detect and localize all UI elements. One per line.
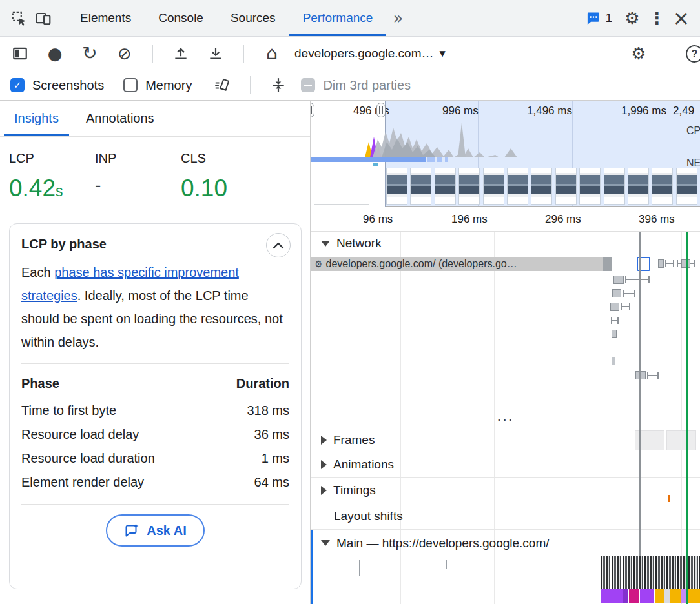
home-button[interactable]: ⌂ — [260, 41, 284, 66]
memory-checkbox-wrap[interactable]: Memory — [123, 78, 192, 93]
network-request-label: developers.google.com/ (developers.go… — [326, 258, 517, 270]
overview-right-handle[interactable] — [376, 103, 386, 117]
tab-sources[interactable]: Sources — [217, 0, 289, 36]
tab-annotations[interactable]: Annotations — [76, 101, 165, 136]
metric-lcp[interactable]: LCP 0.42s — [9, 151, 95, 202]
inspect-icon — [10, 10, 27, 26]
network-waterfall-bar[interactable] — [681, 259, 690, 268]
screenshots-label: Screenshots — [32, 78, 104, 93]
track-animations[interactable]: Animations — [311, 452, 700, 478]
devtools-menu-button[interactable]: ⋮ — [644, 6, 669, 30]
metric-cls[interactable]: CLS 0.10 — [181, 151, 267, 202]
tab-insights[interactable]: Insights — [4, 101, 69, 136]
timeline-marker-line — [639, 232, 641, 556]
network-waterfall-bar[interactable] — [610, 303, 619, 311]
divider — [21, 504, 289, 505]
shortcuts-dialog-button[interactable] — [266, 73, 291, 97]
screenshot-thumbnail[interactable] — [579, 168, 601, 205]
record-and-reload-button[interactable]: ↻ — [77, 41, 102, 66]
main-task-mark[interactable] — [359, 560, 360, 576]
network-waterfall-bar[interactable] — [613, 276, 624, 284]
collapse-card-button[interactable] — [266, 233, 291, 257]
tab-console[interactable]: Console — [145, 0, 217, 36]
screenshot-thumbnail-large[interactable] — [314, 168, 369, 205]
flame-chart-segment[interactable] — [655, 589, 664, 603]
inspect-element-button[interactable] — [6, 6, 31, 30]
table-row: Resource load duration 1 ms — [21, 447, 289, 470]
history-url-selector[interactable]: developers.google.com… ▼ — [294, 46, 446, 61]
lcp-by-phase-card: LCP by phase Each phase has specific imp… — [9, 223, 302, 589]
track-main[interactable]: Main — https://developers.google.com/ — [311, 530, 700, 556]
screenshot-thumbnail[interactable] — [410, 168, 431, 205]
save-profile-button[interactable] — [203, 41, 228, 66]
screenshot-thumbnail[interactable] — [386, 168, 407, 205]
flame-chart-segment[interactable] — [640, 589, 654, 603]
main-task-mark[interactable] — [446, 560, 447, 569]
timing-marker[interactable] — [668, 495, 670, 502]
network-waterfall-bar[interactable] — [612, 289, 621, 297]
close-devtools-button[interactable]: × — [669, 6, 694, 30]
metrics-row: LCP 0.42s INP - CLS 0.10 — [0, 137, 310, 202]
screenshot-thumbnail[interactable] — [555, 168, 577, 205]
flame-chart-segment[interactable] — [664, 589, 670, 603]
network-waterfall-bar[interactable] — [635, 371, 646, 379]
device-toolbar-button[interactable] — [31, 6, 56, 30]
clear-button[interactable]: ⊘ — [112, 41, 137, 66]
capture-options-toolbar: ✓ Screenshots Memory Dim 3rd parties — [0, 70, 700, 101]
tab-performance[interactable]: Performance — [289, 0, 387, 36]
frame-thumbnail[interactable] — [666, 430, 696, 450]
settings-button[interactable]: ⚙ — [620, 6, 644, 30]
phase-name: Resource load duration — [21, 447, 213, 470]
track-timings[interactable]: Timings — [311, 478, 700, 503]
device-toolbar-icon — [35, 10, 52, 26]
screenshot-thumbnail[interactable] — [628, 168, 649, 205]
metric-inp[interactable]: INP - — [95, 151, 181, 202]
toggle-sidebar-button[interactable] — [8, 41, 32, 66]
tab-elements[interactable]: Elements — [67, 0, 145, 36]
screenshot-thumbnail[interactable] — [435, 168, 456, 205]
flame-chart-segment[interactable] — [688, 589, 700, 603]
screenshot-thumbnail[interactable] — [507, 168, 528, 205]
screenshot-thumbnail[interactable] — [652, 168, 673, 205]
track-network[interactable]: Network — [311, 232, 700, 255]
console-messages-button[interactable]: 1 — [578, 0, 620, 36]
overview-cpu-label: CP — [686, 125, 700, 137]
screenshot-thumbnail[interactable] — [676, 168, 697, 205]
phase-duration: 64 ms — [213, 470, 289, 494]
screenshots-checkbox[interactable]: ✓ — [10, 78, 25, 92]
home-icon: ⌂ — [266, 45, 278, 63]
flame-chart-dense-tasks[interactable] — [601, 556, 700, 589]
capture-settings-button[interactable]: ⚙ — [626, 41, 651, 66]
selected-track-indicator — [311, 530, 313, 604]
screenshot-thumbnail[interactable] — [458, 168, 480, 205]
track-layout-shifts[interactable]: Layout shifts — [311, 503, 700, 530]
ask-ai-button[interactable]: Ask AI — [106, 514, 205, 547]
network-request[interactable]: ⚙ developers.google.com/ (developers.go… — [311, 257, 612, 271]
timeline-overview[interactable]: 496 ms 996 ms 1,496 ms 1,996 ms 2,49 CP … — [311, 101, 700, 207]
network-waterfall-bar[interactable] — [658, 259, 664, 268]
network-waterfall-whisker — [665, 260, 674, 267]
network-waterfall-bar[interactable] — [612, 357, 615, 365]
screenshot-thumbnail[interactable] — [483, 168, 504, 205]
track-label: Animations — [333, 458, 394, 472]
network-overflow-dots[interactable]: ... — [311, 411, 700, 427]
memory-checkbox[interactable] — [123, 78, 138, 92]
flame-chart-segment[interactable] — [601, 589, 623, 603]
screenshot-thumbnail[interactable] — [604, 168, 625, 205]
more-tabs-button[interactable]: » — [386, 0, 409, 36]
record-button[interactable]: ● — [43, 41, 67, 66]
screenshots-checkbox-wrap[interactable]: ✓ Screenshots — [10, 78, 104, 93]
dim-third-parties-checkbox[interactable] — [301, 78, 315, 92]
phase-name: Resource load delay — [21, 423, 213, 447]
load-profile-button[interactable] — [169, 41, 193, 66]
screenshot-thumbnail[interactable] — [531, 168, 552, 205]
collect-garbage-button[interactable] — [210, 73, 234, 97]
phase-table: Phase Duration Time to first byte 318 ms… — [21, 374, 289, 494]
kebab-icon: ⋮ — [648, 10, 665, 26]
flame-chart-segment[interactable] — [623, 589, 628, 603]
flame-chart-segment[interactable] — [670, 589, 681, 603]
metric-value: - — [95, 175, 101, 195]
help-button[interactable]: ? — [686, 45, 700, 63]
network-waterfall-bar[interactable] — [612, 330, 617, 338]
flame-chart-segment[interactable] — [629, 589, 639, 603]
